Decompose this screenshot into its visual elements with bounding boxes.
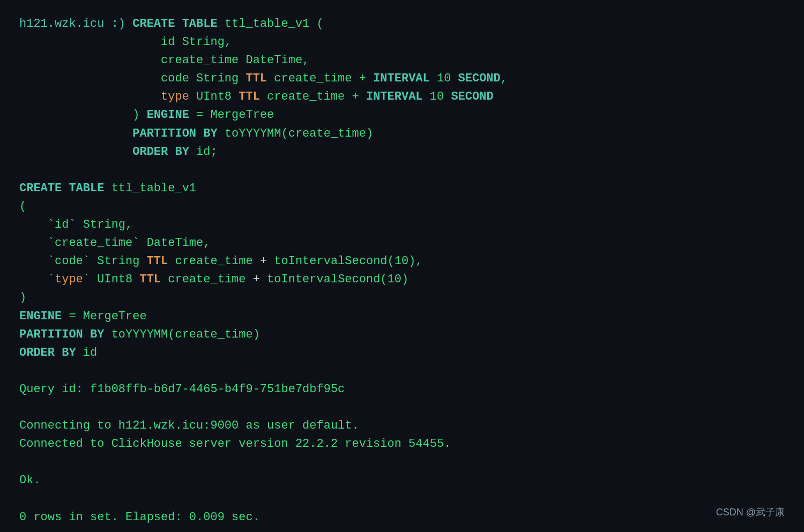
blank-line-4: [19, 453, 785, 471]
result-field-create-time: `create_time` DateTime,: [19, 234, 785, 252]
blank-line-3: [19, 399, 785, 417]
code-line-partition: PARTITION BY toYYYYMM(create_time): [19, 125, 785, 143]
connecting-line: Connecting to h121.wzk.icu:9000 as user …: [19, 417, 785, 435]
code-line-id: id String,: [19, 33, 785, 51]
blank-line-1: [19, 161, 785, 179]
blank-line-2: [19, 362, 785, 380]
result-partition: PARTITION BY toYYYYMM(create_time): [19, 326, 785, 344]
result-field-type: `type` UInt8 TTL create_time + toInterva…: [19, 271, 785, 289]
result-open-paren: (: [19, 198, 785, 216]
prompt-line: h121.wzk.icu :) CREATE TABLE ttl_table_v…: [19, 15, 785, 33]
result-engine: ENGINE = MergeTree: [19, 308, 785, 326]
code-line-code: code String TTL create_time + INTERVAL 1…: [19, 70, 785, 88]
code-line-type: type UInt8 TTL create_time + INTERVAL 10…: [19, 88, 785, 106]
blank-line-5: [19, 490, 785, 508]
result-create-line: CREATE TABLE ttl_table_v1: [19, 179, 785, 198]
result-field-code: `code` String TTL create_time + toInterv…: [19, 252, 785, 271]
ok-line: Ok.: [19, 471, 785, 490]
code-line-engine-paren: ) ENGINE = MergeTree: [19, 106, 785, 124]
rows-line: 0 rows in set. Elapsed: 0.009 sec.: [19, 508, 785, 527]
terminal-output: h121.wzk.icu :) CREATE TABLE ttl_table_v…: [19, 15, 785, 517]
result-close-paren: ): [19, 289, 785, 307]
result-order: ORDER BY id: [19, 344, 785, 362]
query-id-line: Query id: f1b08ffb-b6d7-4465-b4f9-751be7…: [19, 380, 785, 399]
code-line-order: ORDER BY id;: [19, 143, 785, 161]
code-line-create-time: create_time DateTime,: [19, 51, 785, 70]
result-field-id: `id` String,: [19, 216, 785, 234]
connected-line: Connected to ClickHouse server version 2…: [19, 435, 785, 453]
watermark: CSDN @武子康: [716, 505, 785, 520]
